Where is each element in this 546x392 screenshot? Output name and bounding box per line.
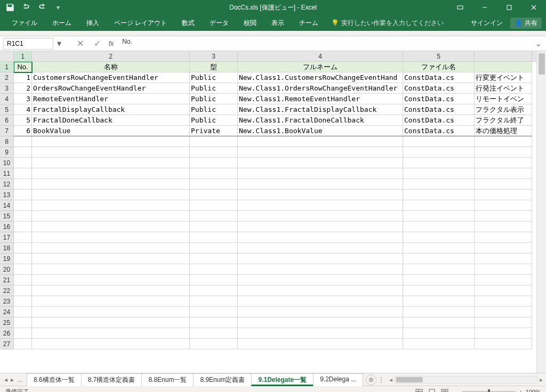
cell[interactable] [238, 200, 403, 211]
cell[interactable]: フラクタル表示 [475, 104, 532, 115]
cell[interactable] [238, 328, 403, 339]
cell[interactable] [32, 222, 190, 232]
row-header[interactable]: 26 [0, 328, 14, 339]
row-header[interactable]: 10 [0, 158, 14, 168]
column-header[interactable]: 5 [403, 51, 475, 61]
cell[interactable] [238, 317, 403, 328]
row-header[interactable]: 21 [0, 275, 14, 285]
cell[interactable]: リモートイベン [475, 94, 532, 104]
cell[interactable] [14, 136, 32, 147]
cell[interactable] [403, 328, 475, 339]
sheet-tab[interactable]: 8.6構造体一覧 [27, 373, 82, 386]
qat-customize-icon[interactable]: ▾ [53, 3, 63, 12]
cell[interactable] [475, 285, 532, 296]
cell[interactable] [403, 285, 475, 296]
name-box[interactable]: R1C1 [3, 38, 53, 50]
cell[interactable]: FractalDisplayCallback [32, 104, 190, 115]
cell[interactable]: 5 [14, 115, 32, 126]
cell[interactable] [14, 285, 32, 296]
cell[interactable] [475, 211, 532, 222]
cell[interactable] [14, 275, 32, 285]
hscroll-right[interactable]: ▸ [540, 376, 543, 383]
cell[interactable]: FractalDoneCallback [32, 115, 190, 126]
cell[interactable] [475, 264, 532, 275]
cell[interactable] [475, 317, 532, 328]
cell[interactable] [32, 285, 190, 296]
cell[interactable] [14, 147, 32, 158]
tab-file[interactable]: ファイル [4, 15, 45, 31]
cell[interactable] [475, 232, 532, 243]
cell[interactable] [14, 254, 32, 264]
cell[interactable] [238, 168, 403, 179]
cell[interactable] [32, 136, 190, 147]
cell[interactable]: New.Class1.RemoteEventHandler [238, 94, 403, 104]
tab-page-layout[interactable]: ページ レイアウト [107, 15, 174, 31]
cell[interactable]: OrdersRowChangeEventHandler [32, 83, 190, 94]
cell[interactable] [475, 200, 532, 211]
cell[interactable] [238, 307, 403, 317]
cell[interactable] [238, 211, 403, 222]
cell[interactable]: 行変更イベント [475, 72, 532, 83]
cell[interactable] [403, 200, 475, 211]
cell[interactable] [403, 254, 475, 264]
cell[interactable]: 3 [14, 94, 32, 104]
tab-list-more[interactable]: ... [17, 376, 22, 383]
row-header[interactable]: 27 [0, 339, 14, 349]
column-header[interactable]: 4 [238, 51, 403, 61]
cell[interactable]: 名称 [32, 62, 190, 72]
cell[interactable]: New.Class1.CustomersRowChangeEventHand [238, 72, 403, 83]
page-layout-view-button[interactable] [426, 387, 438, 393]
cell[interactable] [32, 168, 190, 179]
cell[interactable]: Public [190, 115, 238, 126]
cell[interactable]: New.Class1.FractalDisplayCallback [238, 104, 403, 115]
cell[interactable] [14, 179, 32, 190]
name-box-dropdown[interactable]: ▾ [55, 38, 63, 48]
tab-scroll-right[interactable]: ▸ [11, 376, 14, 383]
page-break-view-button[interactable] [439, 387, 451, 393]
cell[interactable] [238, 190, 403, 200]
cell[interactable] [403, 339, 475, 349]
cell[interactable] [14, 158, 32, 168]
row-header[interactable]: 5 [0, 104, 14, 115]
select-all-corner[interactable] [0, 51, 14, 62]
save-icon[interactable] [5, 3, 15, 12]
cell[interactable]: フルネーム [238, 62, 403, 72]
cell[interactable] [32, 339, 190, 349]
row-header[interactable]: 25 [0, 317, 14, 328]
cell[interactable] [190, 275, 238, 285]
cell[interactable]: 1 [14, 72, 32, 83]
cell[interactable] [475, 62, 532, 72]
cell[interactable] [475, 222, 532, 232]
vertical-scrollbar[interactable] [536, 51, 546, 373]
cell[interactable]: 行発注イベント [475, 83, 532, 94]
zoom-level[interactable]: 100% [526, 389, 541, 393]
cell[interactable]: ConstData.cs [403, 115, 475, 126]
zoom-out-button[interactable]: − [456, 389, 459, 393]
cell[interactable] [475, 275, 532, 285]
cell[interactable] [403, 168, 475, 179]
cell[interactable] [32, 147, 190, 158]
cell[interactable] [190, 254, 238, 264]
cell[interactable] [14, 296, 32, 307]
cell[interactable] [238, 158, 403, 168]
cell[interactable] [403, 136, 475, 147]
cell[interactable] [32, 179, 190, 190]
cell[interactable]: 4 [14, 104, 32, 115]
close-button[interactable] [521, 0, 546, 15]
cell[interactable] [475, 339, 532, 349]
maximize-button[interactable] [497, 0, 521, 15]
cell[interactable] [190, 222, 238, 232]
cell[interactable] [475, 179, 532, 190]
row-header[interactable]: 23 [0, 296, 14, 307]
cell[interactable] [238, 147, 403, 158]
cell[interactable]: 型 [190, 62, 238, 72]
row-header[interactable]: 14 [0, 200, 14, 211]
row-header[interactable]: 15 [0, 211, 14, 222]
sheet-tab[interactable]: 9.1Delegate一覧 [251, 373, 314, 386]
cell[interactable] [403, 317, 475, 328]
cell[interactable] [238, 339, 403, 349]
sheet-tab[interactable]: 8.9Enum定義書 [193, 373, 252, 386]
row-header[interactable]: 3 [0, 83, 14, 94]
cell[interactable]: Public [190, 104, 238, 115]
row-header[interactable]: 2 [0, 72, 14, 83]
